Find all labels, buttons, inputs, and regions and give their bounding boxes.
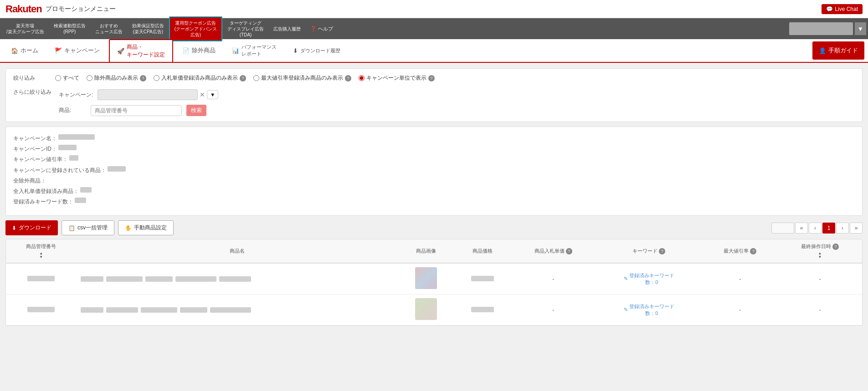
cell-bid-price-1: -	[511, 263, 596, 295]
chat-icon: 💬	[826, 6, 833, 12]
cell-product-id-1	[6, 263, 76, 295]
last-op-2-value: -	[819, 307, 821, 313]
filter-all-radio[interactable]	[55, 75, 61, 81]
header: Rakuten プロモーションメニュー 💬 Live Chat	[0, 0, 868, 18]
guide-button[interactable]: 👤 手順ガイド	[812, 41, 864, 60]
subnav-campaign-label: キャンペーン	[64, 46, 100, 55]
nav-item-cpa[interactable]: 効果保証型広告(楽天CPA広告)	[128, 20, 169, 37]
main-content: 絞り込み すべて 除外商品のみ表示 ? 入札単価登録済み商品のみ表示 ?	[0, 63, 868, 390]
help-last-op-col-icon[interactable]: ?	[832, 244, 839, 250]
campaign-clear-button[interactable]: ✕	[200, 91, 205, 98]
home-icon: 🏠	[11, 47, 18, 54]
nav-item-rpp[interactable]: 検索連動型広告(RPP)	[49, 20, 90, 37]
product-name-2-part1	[81, 307, 103, 313]
nav-item-coupon-advance[interactable]: 運用型クーポン広告(クーポンアドバンス広告)	[169, 16, 222, 41]
page-input[interactable]	[771, 223, 794, 234]
page-prev-button[interactable]: ‹	[809, 223, 822, 234]
nav-item-history[interactable]: 広告購入履歴	[269, 23, 305, 35]
csv-button[interactable]: 📋 csv一括管理	[62, 220, 114, 235]
nav-item-rakuten-market[interactable]: 楽天市場/楽天グループ広告	[2, 20, 49, 37]
filter-campaign-unit[interactable]: キャンペーン単位で表示 ?	[359, 74, 435, 82]
help-max-discount-col-icon[interactable]: ?	[750, 248, 756, 254]
keyword-label-2: 登録済みキーワード数：0	[629, 303, 674, 317]
live-chat-label: Live Chat	[835, 6, 858, 12]
table-row: - ✎ 登録済みキーワード数：0 - -	[6, 295, 862, 325]
col-product-price: 商品価格	[454, 239, 511, 263]
filter-max-discount[interactable]: 最大値引率登録済み商品のみ表示 ?	[253, 74, 351, 82]
col-product-image: 商品画像	[398, 239, 454, 263]
subnav-performance[interactable]: 📊 パフォーマンスレポート	[225, 39, 284, 62]
info-campaign-name-label: キャンペーン名：	[13, 135, 57, 142]
search-button[interactable]: 検索	[186, 105, 206, 116]
last-op-sort-down-icon[interactable]: ▼	[818, 255, 822, 259]
manual-btn-icon: ✋	[125, 225, 132, 231]
filter-campaign-radio[interactable]	[359, 75, 365, 81]
filter-discount-label: 最大値引率登録済み商品のみ表示	[261, 74, 343, 82]
product-input[interactable]	[91, 105, 182, 116]
subnav-home[interactable]: 🏠 ホーム	[4, 39, 46, 62]
filter-excluded-only[interactable]: 除外商品のみ表示 ?	[87, 74, 146, 82]
toolbar-left: ⬇ ダウンロード 📋 csv一括管理 ✋ 手動商品設定	[5, 220, 174, 235]
info-excluded: 全除外商品：	[13, 177, 855, 185]
sub-nav: 🏠 ホーム 🚩 キャンペーン 🚀 商品・キーワード設定 📄 除外商品 📊 パフォ…	[0, 39, 868, 63]
cell-last-op-1: -	[778, 263, 862, 295]
pagination: « ‹ 1 › »	[771, 223, 863, 234]
nav-item-help[interactable]: ❓ ヘルプ	[306, 23, 338, 35]
edit-icon-1: ✎	[624, 276, 628, 282]
help-icon: ❓	[310, 25, 317, 32]
help-bid-icon[interactable]: ?	[240, 75, 246, 81]
max-discount-1-value: -	[739, 276, 741, 282]
subnav-product-keyword-label: 商品・キーワード設定	[127, 43, 165, 59]
page-1-button[interactable]: 1	[822, 223, 835, 234]
info-keywords: 登録済みキーワード数：	[13, 198, 855, 206]
doc-icon: 📄	[182, 47, 190, 54]
campaign-input[interactable]	[98, 89, 198, 100]
filter-excluded-radio[interactable]	[87, 75, 92, 81]
manual-button[interactable]: ✋ 手動商品設定	[118, 220, 174, 235]
subnav-campaign[interactable]: 🚩 キャンペーン	[47, 39, 107, 62]
cell-product-image-1	[398, 263, 454, 295]
help-bid-col-icon[interactable]: ?	[566, 248, 572, 254]
product-table: 商品管理番号 ▲ ▼ 商品名 商品画像 商品価格 商品入札単価 ?	[5, 239, 863, 326]
rocket-icon: 🚀	[117, 48, 124, 55]
subnav-download[interactable]: ⬇ ダウンロード履歴	[286, 39, 348, 62]
nav-item-tda[interactable]: ターゲティングディスプレイ広告(TDA)	[223, 17, 268, 41]
info-keywords-value	[75, 198, 86, 203]
keyword-edit-1[interactable]: ✎ 登録済みキーワード数：0	[600, 272, 698, 286]
sort-down-icon[interactable]: ▼	[39, 255, 43, 259]
help-campaign-icon[interactable]: ?	[428, 75, 435, 81]
info-box: キャンペーン名： キャンペーンID： キャンペーン値引率： キャンペーンに登録さ…	[5, 127, 863, 216]
nav-item-recommended[interactable]: おすすめニュース広告	[91, 20, 127, 37]
help-discount-icon[interactable]: ?	[345, 75, 351, 81]
live-chat-button[interactable]: 💬 Live Chat	[822, 4, 863, 14]
page-first-button[interactable]: «	[795, 223, 808, 234]
filter-row-main: 絞り込み すべて 除外商品のみ表示 ? 入札単価登録済み商品のみ表示 ?	[13, 74, 855, 82]
filter-all[interactable]: すべて	[55, 74, 79, 82]
info-campaign-name: キャンペーン名：	[13, 134, 855, 143]
help-excluded-icon[interactable]: ?	[140, 75, 146, 81]
subnav-excluded[interactable]: 📄 除外商品	[175, 39, 223, 62]
page-last-button[interactable]: »	[850, 223, 863, 234]
download-button[interactable]: ⬇ ダウンロード	[5, 220, 58, 235]
help-keyword-col-icon[interactable]: ?	[659, 248, 665, 254]
product-filter-row: 商品: 検索	[59, 105, 218, 116]
nav-right: ▼	[789, 22, 866, 35]
info-campaign-rate: キャンペーン値引率：	[13, 155, 855, 164]
campaign-dropdown-button[interactable]: ▼	[207, 90, 218, 99]
keyword-edit-2[interactable]: ✎ 登録済みキーワード数：0	[600, 303, 698, 317]
filter-bid-radio[interactable]	[154, 75, 159, 81]
product-table-element: 商品管理番号 ▲ ▼ 商品名 商品画像 商品価格 商品入札単価 ?	[6, 239, 862, 325]
subnav-product-keyword[interactable]: 🚀 商品・キーワード設定	[109, 39, 173, 63]
store-selector[interactable]	[789, 22, 853, 35]
page-next-button[interactable]: ›	[836, 223, 849, 234]
info-registered-products: キャンペーンに登録されている商品：	[13, 166, 855, 175]
product-name-2-part3	[141, 307, 177, 313]
col-keywords: キーワード ?	[596, 239, 703, 263]
col-last-operation: 最終操作日時 ? ▲ ▼	[778, 239, 862, 263]
filter-bid-registered[interactable]: 入札単価登録済み商品のみ表示 ?	[154, 74, 246, 82]
filter-discount-radio[interactable]	[253, 75, 259, 81]
manual-btn-label: 手動商品設定	[134, 224, 167, 232]
cell-product-price-1	[454, 263, 511, 295]
filter-excluded-label: 除外商品のみ表示	[94, 74, 138, 82]
store-dropdown-button[interactable]: ▼	[855, 22, 866, 35]
